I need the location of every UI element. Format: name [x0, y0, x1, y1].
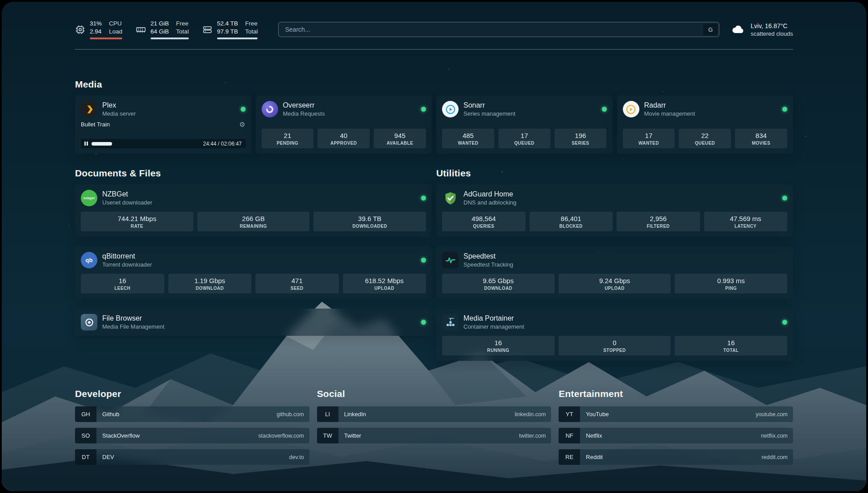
qbittorrent-icon-label: qb: [86, 257, 93, 263]
service-description: Media server: [102, 110, 136, 117]
bookmark-name: Github: [102, 411, 119, 418]
service-name: Sonarr: [463, 101, 515, 109]
status-dot: [421, 107, 426, 112]
section-title-media: Media: [75, 79, 793, 90]
stat-label: DOWNLOAD: [444, 286, 553, 291]
bookmark-dev[interactable]: DT DEV dev.to: [75, 449, 309, 465]
now-playing-title: Bullet Train: [81, 121, 110, 128]
sonarr-icon: [442, 101, 459, 117]
stat-latency: 47.569 ms LATENCY: [704, 212, 788, 231]
stat-label: LATENCY: [706, 224, 786, 229]
service-card-overseerr[interactable]: Overseerr Media Requests 21 PENDING 40 A…: [256, 96, 432, 154]
bookmark-name: Netflix: [586, 432, 602, 439]
bookmark-abbr: DT: [75, 449, 96, 465]
bookmark-linkedin[interactable]: LI LinkedIn linkedin.com: [317, 406, 551, 422]
cpu-load-label: Load: [109, 28, 122, 36]
pause-icon[interactable]: [84, 142, 88, 146]
search-provider-button[interactable]: G: [703, 24, 718, 35]
bookmark-twitter[interactable]: TW Twitter twitter.com: [317, 428, 551, 443]
bookmark-stackoverflow[interactable]: SO StackOverflow stackoverflow.com: [75, 428, 309, 443]
stat-label: STOPPED: [560, 348, 669, 353]
stat-value: 0.993 ms: [676, 277, 785, 284]
snow-specks: [2, 2, 3, 3]
playback-time: 24:44 / 02:06:47: [203, 141, 242, 147]
bookmark-abbr: LI: [317, 406, 338, 422]
cpu-usage-bar: [90, 38, 122, 39]
stat-ping: 0.993 ms PING: [675, 274, 787, 293]
disk-total-value: 97.9 TB: [217, 28, 238, 36]
stat-value: 266 GB: [199, 215, 308, 222]
resource-widgets: 31% 2.94 CPU Load: [75, 20, 258, 39]
header-divider: [75, 49, 793, 50]
stat-label: DOWNLOADED: [315, 224, 424, 229]
service-card-portainer[interactable]: Media Portainer Container management 16 …: [436, 309, 793, 361]
stat-label: AVAILABLE: [376, 141, 424, 146]
qbittorrent-icon: qb: [81, 252, 97, 268]
stat-value: 40: [319, 132, 368, 139]
service-description: DNS and adblocking: [463, 199, 517, 206]
bookmark-reddit[interactable]: RE Reddit reddit.com: [559, 449, 793, 465]
stat-stopped: 0 STOPPED: [559, 336, 671, 355]
memory-free-label: Free: [176, 20, 189, 28]
bookmark-url: stackoverflow.com: [259, 433, 304, 439]
stat-label: WANTED: [625, 141, 673, 146]
bookmark-github[interactable]: GH Github github.com: [75, 406, 309, 422]
section-media: Media Plex Media server: [75, 79, 793, 154]
section-title-documents: Documents & Files: [75, 168, 432, 179]
bookmark-youtube[interactable]: YT YouTube youtube.com: [559, 406, 793, 422]
status-dot: [241, 107, 246, 112]
bookmark-netflix[interactable]: NF Netflix netflix.com: [559, 428, 793, 443]
status-dot: [421, 196, 426, 201]
stat-value: 498,564: [444, 215, 524, 222]
stat-download: 9.65 Gbps DOWNLOAD: [442, 274, 555, 293]
stat-label: APPROVED: [319, 141, 368, 146]
bookmark-abbr: NF: [559, 428, 580, 443]
weather-location: Lviv, 16.87°C: [751, 22, 793, 29]
stat-queued: 17 QUEUED: [498, 129, 551, 148]
service-card-speedtest[interactable]: Speedtest Speedtest Tracking 9.65 Gbps D…: [436, 246, 793, 299]
stat-running: 16 RUNNING: [442, 336, 555, 355]
filebrowser-icon: [81, 314, 97, 330]
bookmarks-entertainment: Entertainment YT YouTube youtube.com NF …: [559, 389, 793, 471]
gear-icon[interactable]: ⚙: [239, 121, 245, 128]
stat-label: PENDING: [263, 141, 312, 146]
cpu-widget: 31% 2.94 CPU Load: [75, 20, 122, 39]
now-playing-row: Bullet Train ⚙: [81, 121, 246, 128]
stat-value: 834: [737, 132, 785, 139]
bookmark-url: reddit.com: [762, 454, 788, 460]
overseerr-icon: [262, 101, 278, 117]
cpu-usage-value: 31%: [90, 20, 102, 28]
service-name: File Browser: [102, 314, 164, 322]
speedtest-icon: [442, 252, 459, 268]
service-description: Media File Management: [102, 323, 164, 330]
stat-value: 2,956: [618, 215, 698, 222]
bookmark-name: Twitter: [344, 432, 361, 439]
stat-leech: 16 LEECH: [81, 274, 164, 293]
service-card-filebrowser[interactable]: File Browser Media File Management: [75, 309, 432, 336]
search-input[interactable]: [278, 22, 719, 37]
stat-value: 86,401: [531, 215, 611, 222]
stat-available: 945 AVAILABLE: [374, 129, 426, 148]
stat-label: RUNNING: [444, 348, 553, 353]
stat-total: 16 TOTAL: [675, 336, 787, 355]
service-name: Overseerr: [283, 101, 325, 109]
service-name: Speedtest: [463, 252, 513, 260]
service-card-sonarr[interactable]: Sonarr Series management 485 WANTED 17 Q…: [436, 96, 613, 154]
section-title-social: Social: [317, 389, 551, 399]
stat-value: 744.21 Mbps: [83, 215, 192, 222]
bookmark-url: github.com: [277, 411, 304, 418]
nzbget-icon: nzbget: [81, 190, 97, 206]
service-card-plex[interactable]: Plex Media server Bullet Train ⚙: [75, 96, 251, 154]
service-card-nzbget[interactable]: nzbget NZBGet Usenet downloader 744.21 M…: [75, 184, 432, 237]
bookmark-abbr: GH: [75, 406, 96, 422]
service-card-adguard[interactable]: AdGuard Home DNS and adblocking 498,564 …: [436, 184, 793, 237]
dashboard-content: 31% 2.94 CPU Load: [75, 2, 793, 471]
plex-icon: [81, 101, 97, 117]
bookmarks-developer: Developer GH Github github.com SO StackO…: [75, 389, 309, 471]
stat-blocked: 86,401 BLOCKED: [530, 212, 613, 231]
service-card-qbittorrent[interactable]: qb qBittorrent Torrent downloader 16: [75, 246, 432, 299]
service-card-radarr[interactable]: Radarr Movie management 17 WANTED 22 QUE…: [617, 96, 793, 154]
progress-track: [92, 142, 200, 146]
status-dot: [782, 196, 787, 201]
section-title-entertainment: Entertainment: [559, 389, 793, 399]
